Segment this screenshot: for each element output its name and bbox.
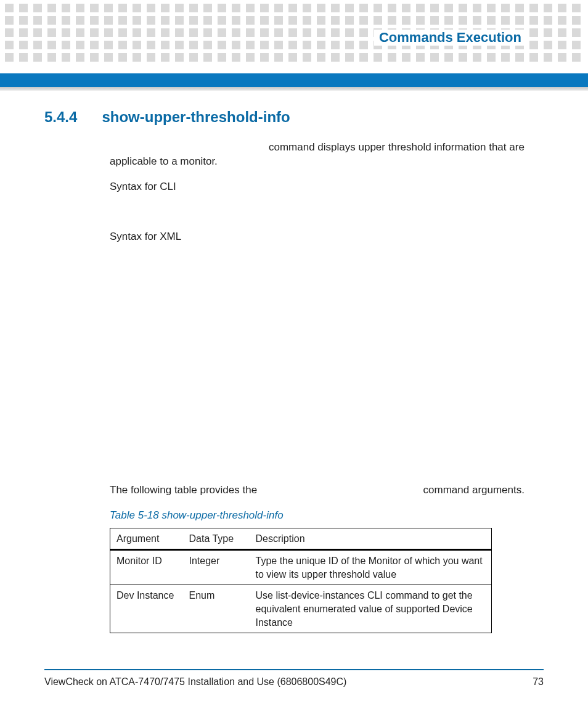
cell-datatype: Integer bbox=[183, 550, 250, 585]
intro-line-1: command displays upper threshold informa… bbox=[269, 141, 544, 155]
cell-description: Use list-device-instances CLI command to… bbox=[250, 585, 492, 633]
args-sentence: The following table provides the command… bbox=[110, 483, 544, 498]
table-row: Dev Instance Enum Use list-device-instan… bbox=[110, 585, 492, 633]
intro-paragraph: command displays upper threshold informa… bbox=[110, 141, 544, 169]
section-number: 5.4.4 bbox=[44, 109, 77, 126]
cell-argument: Monitor ID bbox=[110, 550, 183, 585]
cell-argument: Dev Instance bbox=[110, 585, 183, 633]
footer-rule bbox=[44, 669, 544, 670]
table-caption: Table 5-18 show-upper-threshold-info bbox=[110, 509, 544, 523]
page-header-title: Commands Execution bbox=[374, 30, 526, 46]
th-argument: Argument bbox=[110, 528, 183, 550]
threshold-args-table: Argument Data Type Description Monitor I… bbox=[110, 528, 492, 634]
args-sentence-b: command arguments. bbox=[423, 484, 525, 496]
th-description: Description bbox=[250, 528, 492, 550]
page-footer: ViewCheck on ATCA-7470/7475 Installation… bbox=[44, 669, 544, 688]
section-title: show-upper-threshold-info bbox=[102, 109, 290, 126]
footer-doc-title: ViewCheck on ATCA-7470/7475 Installation… bbox=[44, 676, 346, 688]
syntax-cli-label: Syntax for CLI bbox=[110, 180, 544, 194]
th-datatype: Data Type bbox=[183, 528, 250, 550]
footer-page-number: 73 bbox=[533, 676, 544, 688]
cell-datatype: Enum bbox=[183, 585, 250, 633]
table-header-row: Argument Data Type Description bbox=[110, 528, 492, 550]
syntax-xml-label: Syntax for XML bbox=[110, 230, 544, 244]
cell-description: Type the unique ID of the Monitor of whi… bbox=[250, 550, 492, 585]
header-divider-bar bbox=[0, 73, 588, 87]
section-heading: 5.4.4 show-upper-threshold-info bbox=[44, 109, 544, 126]
table-row: Monitor ID Integer Type the unique ID of… bbox=[110, 550, 492, 585]
intro-line-2: applicable to a monitor. bbox=[110, 155, 544, 169]
args-sentence-a: The following table provides the bbox=[110, 484, 257, 496]
